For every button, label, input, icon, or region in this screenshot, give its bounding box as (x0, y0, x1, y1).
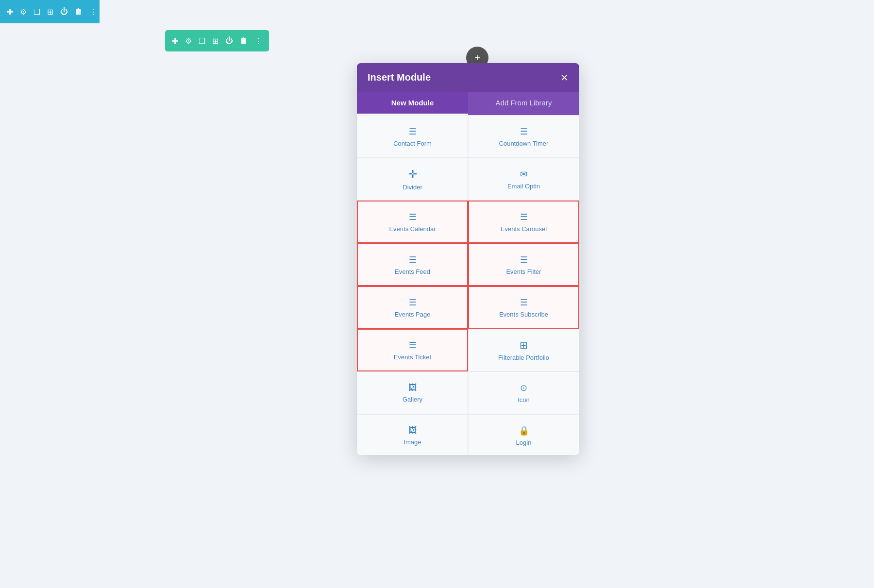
events-carousel-icon: ☰ (520, 212, 528, 222)
section-grid-icon[interactable]: ⊞ (212, 36, 218, 46)
toolbar-delete-icon[interactable]: 🗑 (75, 7, 83, 16)
toolbar-power-icon[interactable]: ⏻ (60, 7, 68, 16)
image-icon: 🖼 (408, 425, 417, 436)
icon-label: Icon (518, 396, 530, 403)
section-delete-icon[interactable]: 🗑 (240, 36, 248, 45)
module-gallery[interactable]: 🖼 Gallery (357, 371, 468, 414)
toolbar-add-icon[interactable]: ✚ (7, 7, 13, 17)
divider-icon: ✛ (408, 168, 417, 181)
events-ticket-label: Events Ticket (394, 353, 431, 361)
events-feed-label: Events Feed (395, 268, 430, 275)
toolbar-duplicate-icon[interactable]: ❑ (34, 7, 40, 17)
tab-add-from-library[interactable]: Add From Library (468, 92, 579, 115)
module-filterable-portfolio[interactable]: ⊞ Filterable Portfolio (468, 329, 579, 371)
events-ticket-icon: ☰ (409, 340, 417, 351)
module-events-filter[interactable]: ☰ Events Filter (468, 243, 579, 286)
image-label: Image (403, 438, 421, 446)
module-events-page[interactable]: ☰ Events Page (357, 286, 468, 329)
events-calendar-icon: ☰ (409, 212, 417, 222)
icon-module-icon: ⊙ (520, 383, 527, 393)
panel-close-button[interactable]: ✕ (560, 73, 569, 83)
section-duplicate-icon[interactable]: ❑ (199, 36, 205, 46)
module-grid-wrapper[interactable]: ☰ Contact Form ☰ Countdown Timer ✛ Divid… (357, 115, 579, 455)
module-events-subscribe[interactable]: ☰ Events Subscribe (468, 286, 579, 329)
events-feed-icon: ☰ (409, 254, 417, 265)
module-image[interactable]: 🖼 Image (357, 414, 468, 455)
panel-header: Insert Module ✕ (357, 63, 579, 92)
module-email-optin[interactable]: ✉ Email Optin (468, 158, 579, 201)
events-page-label: Events Page (395, 311, 431, 318)
module-events-carousel[interactable]: ☰ Events Carousel (468, 201, 579, 243)
login-icon: 🔒 (519, 425, 529, 436)
module-contact-form[interactable]: ☰ Contact Form (357, 115, 468, 158)
email-optin-icon: ✉ (520, 169, 527, 180)
countdown-timer-label: Countdown Timer (499, 140, 549, 147)
email-optin-label: Email Optin (507, 183, 540, 190)
panel-tabs: New Module Add From Library (357, 92, 579, 115)
section-power-icon[interactable]: ⏻ (225, 36, 233, 45)
toolbar-settings-icon[interactable]: ⚙ (20, 7, 27, 17)
section-toolbar: ✚ ⚙ ❑ ⊞ ⏻ 🗑 ⋮ (165, 30, 269, 51)
login-label: Login (516, 439, 532, 446)
module-events-calendar[interactable]: ☰ Events Calendar (357, 201, 468, 243)
events-filter-label: Events Filter (506, 268, 541, 275)
divider-label: Divider (403, 184, 422, 191)
section-more-icon[interactable]: ⋮ (254, 36, 262, 46)
countdown-timer-icon: ☰ (520, 126, 528, 137)
events-filter-icon: ☰ (520, 254, 528, 265)
events-calendar-label: Events Calendar (389, 225, 436, 233)
module-events-feed[interactable]: ☰ Events Feed (357, 243, 468, 286)
module-grid: ☰ Contact Form ☰ Countdown Timer ✛ Divid… (357, 115, 579, 455)
gallery-label: Gallery (403, 396, 422, 403)
filterable-portfolio-icon: ⊞ (520, 339, 528, 351)
gallery-icon: 🖼 (408, 383, 417, 393)
module-divider[interactable]: ✛ Divider (357, 158, 468, 201)
events-carousel-label: Events Carousel (501, 225, 547, 233)
module-events-ticket[interactable]: ☰ Events Ticket (357, 329, 468, 371)
panel-title: Insert Module (368, 72, 431, 83)
toolbar-more-icon[interactable]: ⋮ (89, 7, 97, 17)
insert-module-panel: Insert Module ✕ New Module Add From Libr… (357, 63, 579, 455)
events-page-icon: ☰ (409, 297, 417, 308)
top-toolbar: ✚ ⚙ ❑ ⊞ ⏻ 🗑 ⋮ (0, 0, 100, 23)
tab-new-module[interactable]: New Module (357, 92, 468, 115)
module-countdown-timer[interactable]: ☰ Countdown Timer (468, 115, 579, 158)
toolbar-grid-icon[interactable]: ⊞ (47, 7, 53, 17)
contact-form-icon: ☰ (409, 126, 417, 137)
events-subscribe-icon: ☰ (520, 297, 528, 308)
contact-form-label: Contact Form (393, 140, 432, 147)
module-login[interactable]: 🔒 Login (468, 414, 579, 455)
section-add-icon[interactable]: ✚ (172, 36, 178, 46)
module-icon[interactable]: ⊙ Icon (468, 371, 579, 414)
filterable-portfolio-label: Filterable Portfolio (498, 354, 549, 361)
events-subscribe-label: Events Subscribe (499, 311, 548, 318)
section-settings-icon[interactable]: ⚙ (185, 36, 192, 46)
